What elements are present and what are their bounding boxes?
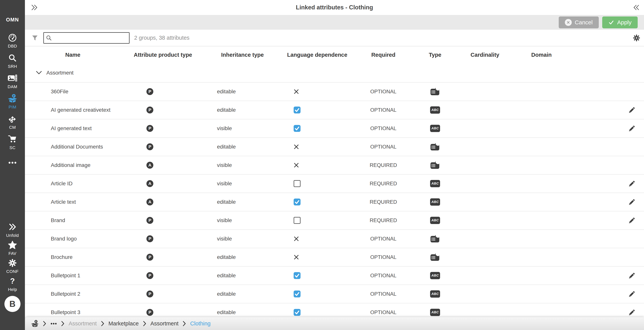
sidebar-item-pim[interactable]: PPIM [0,92,25,112]
inheritance-type-value: visible [205,180,280,187]
sidebar-item-unfold[interactable]: Unfold [0,221,25,239]
filter-funnel-icon[interactable] [32,35,38,41]
attribute-name: Article ID [25,180,121,187]
search-wrap [43,32,130,44]
sidebar-item-label: Help [8,287,17,292]
main-panel: Linked attributes - Clothing Cancel Appl… [25,0,644,330]
required-value: OPTIONAL [354,273,412,279]
inheritance-type-value: editable [205,144,280,150]
text-type-icon: ABC [430,198,440,206]
x-mark-icon [294,162,299,168]
sidebar-item-more[interactable] [0,152,25,173]
breadcrumb: PAssortmentMarketplaceAssortmentClothing [25,317,644,330]
breadcrumb-item[interactable]: Assortment [150,320,179,327]
edit-pencil-icon[interactable] [628,125,636,132]
attribute-name: Bulletpoint 1 [25,272,121,279]
table-settings-gear-icon[interactable] [633,34,640,42]
product-type-badge: P [146,309,153,316]
column-header-cardinality: Cardinality [458,52,512,58]
sidebar-item-fav[interactable]: FAV [0,239,25,257]
sidebar-item-conf[interactable]: CONF [0,257,25,275]
branch-icon [8,114,17,123]
table-row[interactable]: Brand logoPvisibleOPTIONAL [25,230,644,248]
language-dependence-checkbox[interactable] [294,309,300,316]
apply-check-icon [608,20,614,25]
app-logo[interactable]: OMN [0,0,25,31]
sidebar-item-cm[interactable]: CM [0,112,25,132]
table-row[interactable]: Bulletpoint 1PeditableOPTIONALABC [25,266,644,284]
user-avatar[interactable]: B [4,296,20,312]
language-dependence-checkbox[interactable] [294,180,300,187]
attribute-name: Bulletpoint 3 [25,309,121,316]
required-value: REQUIRED [354,162,412,168]
language-dependence-checkbox[interactable] [294,198,300,206]
sidebar-item-label: CM [9,125,16,130]
table-row[interactable]: Additional DocumentsPeditableOPTIONAL [25,138,644,156]
file-type-icon [430,88,440,96]
language-dependence-checkbox[interactable] [294,272,300,279]
table-row[interactable]: BrochurePeditableOPTIONAL [25,248,644,266]
inheritance-type-value: visible [205,217,280,224]
table-row[interactable]: BrandPvisibleREQUIREDABC [25,211,644,230]
table-row[interactable]: Additional imageAvisibleREQUIRED [25,156,644,174]
breadcrumb-more[interactable] [50,323,57,325]
edit-pencil-icon[interactable] [628,272,636,279]
language-dependence-checkbox[interactable] [294,217,300,224]
attribute-name: Additional image [25,162,121,168]
required-value: OPTIONAL [354,236,412,242]
table-header: Name Attribute product type Inheritance … [25,46,644,63]
required-value: REQUIRED [354,199,412,205]
pim-box-icon[interactable]: P [31,320,39,328]
inheritance-type-value: visible [205,125,280,132]
x-mark-icon [294,144,299,150]
product-type-badge: P [146,106,153,114]
search-magnifier-icon [46,35,52,41]
text-type-icon: ABC [430,309,440,316]
sidebar-item-help[interactable]: ?Help [0,275,25,293]
attribute-name: 360File [25,88,121,95]
file-type-icon [430,235,440,243]
table-row[interactable]: AI generated textPvisibleOPTIONALABC [25,119,644,138]
apply-button[interactable]: Apply [602,16,638,28]
table-row[interactable]: AI generated creativetextPeditableOPTION… [25,100,644,119]
cancel-button[interactable]: Cancel [559,16,599,28]
table-row[interactable]: 360FilePeditableOPTIONAL [25,82,644,100]
language-dependence-checkbox[interactable] [294,106,300,114]
table-rows: 360FilePeditableOPTIONALAI generated cre… [25,82,644,322]
search-input[interactable] [43,32,130,44]
unfold-icon [8,222,16,231]
breadcrumb-item[interactable]: Assortment [68,320,97,327]
edit-pencil-icon[interactable] [628,290,636,298]
edit-pencil-icon[interactable] [628,106,636,114]
language-dependence-checkbox[interactable] [294,125,300,132]
media-icon [8,74,17,82]
edit-pencil-icon[interactable] [628,198,636,206]
sidebar-item-sc[interactable]: SC [0,132,25,152]
edit-pencil-icon[interactable] [628,217,636,224]
breadcrumb-item[interactable]: Marketplace [108,320,139,327]
breadcrumb-item[interactable]: Clothing [190,320,210,327]
chevron-right-icon [101,321,104,326]
sidebar-item-label: SC [10,145,16,150]
attribute-group-row[interactable]: Assortment [25,63,644,82]
star-icon [8,240,17,249]
expand-panel-icon[interactable] [31,4,38,11]
table-row[interactable]: Article textAeditableREQUIREDABC [25,192,644,211]
table-row[interactable]: Bulletpoint 2PeditableOPTIONALABC [25,284,644,303]
sidebar-item-dam[interactable]: DAM [0,71,25,92]
chevron-right-icon [43,321,46,326]
article-type-badge: A [146,180,153,187]
required-value: OPTIONAL [354,291,412,297]
sidebar-item-srh[interactable]: SRH [0,51,25,71]
text-type-icon: ABC [430,272,440,279]
edit-pencil-icon[interactable] [628,180,636,187]
x-mark-icon [294,89,299,94]
sidebar-item-label: Unfold [6,233,19,238]
table-row[interactable]: Article IDAvisibleREQUIREDABC [25,174,644,192]
sidebar-item-dbd[interactable]: DBD [0,31,25,51]
edit-pencil-icon[interactable] [628,309,636,316]
title-bar: Linked attributes - Clothing [25,0,644,15]
language-dependence-checkbox[interactable] [294,290,300,298]
chevron-down-icon[interactable] [36,71,42,74]
collapse-panel-icon[interactable] [633,4,640,11]
